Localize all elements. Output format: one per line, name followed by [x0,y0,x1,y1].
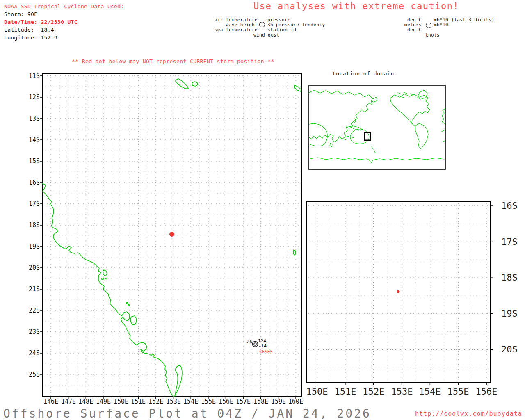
inset-greenland [418,90,427,99]
inset-madagascar [330,143,332,147]
lon-label: 158E [253,398,268,405]
lat-label: 18S [29,221,40,229]
lon-label: 146E [43,398,58,405]
island-small-north [192,82,198,86]
lat-label: 19S [501,308,518,319]
inset-arctic-islands [398,92,413,98]
inset-south-america [415,123,428,149]
islet-1 [102,278,103,280]
lon-label: 149E [96,398,111,405]
island-edge-north [294,85,301,91]
lat-label: 17S [501,237,518,247]
lat-label: 21S [29,285,40,293]
lon-label: 148E [78,398,93,405]
lat-label: 17S [29,200,40,208]
lon-label: 159E [271,398,286,405]
lat-label: 24S [29,349,40,357]
island-east-sliver [293,250,296,255]
lon-label: 151E [335,386,356,397]
island-whitsunday [130,316,137,325]
offshore-surface-plot-page: NOAA SSD Tropical Cyclone Data Used: Sto… [0,0,525,420]
lat-label: 25S [29,371,40,378]
station-plot: 26 124 -14 C6SE5 [247,338,273,354]
lon-label: 153E [391,386,413,397]
sub-map-lat-axis: 16S 17S 18S 19S 20S [501,201,518,354]
lat-label: 14S [29,136,40,144]
lat-label: 16S [501,201,518,211]
storm-dot-sub [397,290,400,293]
main-map-coastline [42,183,174,397]
domain-location-marker [365,132,370,140]
islet-2 [106,278,107,279]
lon-label: 150E [114,398,128,405]
units-station-circle-icon [426,23,431,28]
lat-label: 22S [29,307,40,314]
lon-label: 156E [219,398,233,405]
station-tendency: -14 [258,343,267,349]
legend-station-circle-icon [260,22,265,27]
lon-label: 160E [288,398,303,405]
lon-label: 155E [201,398,216,405]
lat-label: 15S [29,158,40,165]
lat-label: 20S [501,344,518,354]
plot-canvas: 11S 12S 13S 14S 15S 16S 17S 18S 19S 20S … [0,0,525,420]
inset-antarctica [310,158,444,163]
inset-atlantic-edge [442,108,445,142]
lat-label: 20S [29,264,40,272]
world-inset [309,85,445,169]
lon-label: 147E [61,398,76,405]
lat-label: 16S [29,179,40,186]
lon-label: 154E [183,398,198,405]
lon-label: 157E [236,398,251,405]
island-northeast [176,79,188,89]
inset-australia [350,129,369,144]
lat-label: 13S [29,115,40,122]
inset-north-america [390,94,430,126]
lat-label: 12S [29,94,40,101]
storm-dot-main [169,232,174,237]
main-map-lat-axis: 11S 12S 13S 14S 15S 16S 17S 18S 19S 20S … [29,72,40,378]
station-id-text: C6SE5 [259,349,273,354]
inset-indonesia [343,136,354,140]
lat-label: 23S [29,328,40,336]
main-map-lon-axis: 146E 147E 148E 149E 150E 151E 152E 153E … [43,398,303,405]
lat-label: 11S [29,72,40,80]
lon-label: 150E [306,386,328,397]
lon-label: 155E [447,386,469,397]
lon-label: 153E [166,398,181,405]
inset-japan [349,118,356,126]
station-circle-inner-icon [254,343,256,345]
lon-label: 156E [476,386,498,397]
inset-eurasia [309,90,377,142]
lon-label: 152E [363,386,385,397]
station-circle-outer-icon [253,342,258,347]
station-air-temp: 26 [247,339,252,345]
lat-label: 19S [29,243,40,250]
sub-map-lon-axis: 150E 151E 152E 153E 154E 155E 156E [306,386,498,397]
lon-label: 152E [148,398,163,405]
lon-label: 151E [131,398,146,405]
sub-map-grid [307,202,493,385]
islet-3 [126,302,128,304]
island-midcoast [103,270,107,276]
fraser-island [175,365,182,396]
islet-4 [128,305,130,306]
lat-label: 18S [501,272,518,283]
lon-label: 154E [419,386,441,397]
inset-new-zealand [372,147,375,153]
